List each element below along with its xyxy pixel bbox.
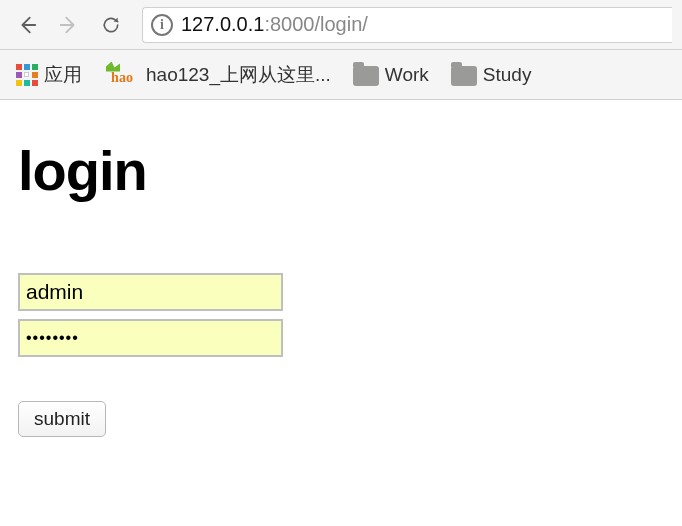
browser-toolbar: i 127.0.0.1:8000/login/: [0, 0, 682, 50]
page-title: login: [18, 138, 664, 203]
bookmark-study[interactable]: Study: [451, 63, 532, 86]
url-path: :8000/login/: [264, 13, 367, 36]
bookmark-work[interactable]: Work: [353, 63, 429, 86]
hao123-icon: hao: [104, 64, 140, 86]
bookmark-hao123[interactable]: hao hao123_上网从这里...: [104, 62, 331, 88]
forward-button[interactable]: [52, 8, 86, 42]
apps-icon: [16, 64, 38, 86]
submit-button[interactable]: submit: [18, 401, 106, 437]
folder-icon: [451, 66, 477, 86]
bookmark-label: Study: [483, 64, 532, 86]
username-input[interactable]: [18, 273, 283, 311]
password-input[interactable]: [18, 319, 283, 357]
url-host: 127.0.0.1: [181, 13, 264, 36]
arrow-right-icon: [58, 14, 80, 36]
page-content: login submit: [0, 100, 682, 451]
folder-icon: [353, 66, 379, 86]
bookmarks-bar: 应用 hao hao123_上网从这里... Work Study: [0, 50, 682, 100]
arrow-left-icon: [16, 14, 38, 36]
apps-label: 应用: [44, 62, 82, 88]
reload-button[interactable]: [94, 8, 128, 42]
login-form: submit: [18, 273, 283, 437]
address-bar[interactable]: i 127.0.0.1:8000/login/: [142, 7, 672, 43]
apps-shortcut[interactable]: 应用: [16, 62, 82, 88]
bookmark-label: Work: [385, 64, 429, 86]
site-info-icon[interactable]: i: [151, 14, 173, 36]
back-button[interactable]: [10, 8, 44, 42]
bookmark-label: hao123_上网从这里...: [146, 62, 331, 88]
reload-icon: [101, 15, 121, 35]
